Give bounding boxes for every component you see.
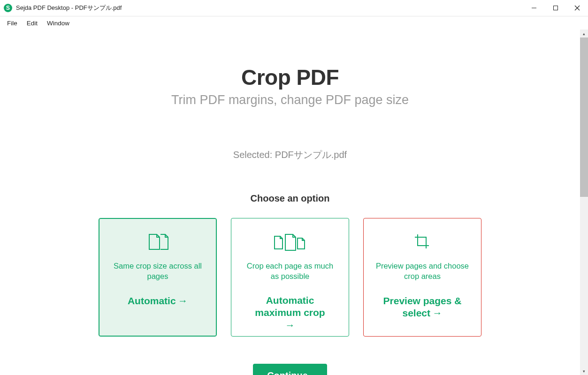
selected-filename: PDFサンプル.pdf — [275, 150, 347, 160]
options-row: Same crop size across all pages Automati… — [99, 218, 481, 337]
documents-icon — [144, 232, 172, 251]
minimize-button[interactable] — [523, 0, 545, 16]
option-title: Automatic maximum crop — [255, 295, 325, 318]
window-title: Sejda PDF Desktop - PDFサンプル.pdf — [16, 4, 122, 12]
arrow-right-icon: → — [178, 295, 188, 306]
arrow-right-icon: → — [433, 308, 443, 318]
option-title-row: Automatic → — [128, 295, 188, 307]
window-controls — [523, 0, 588, 16]
option-preview-select[interactable]: Preview pages and choose crop areas Prev… — [363, 218, 481, 337]
window-titlebar: S Sejda PDF Desktop - PDFサンプル.pdf — [0, 0, 588, 16]
option-title: Automatic — [128, 295, 176, 306]
menu-bar: File Edit Window — [0, 16, 588, 30]
option-title-row: Preview pages & select → — [374, 295, 471, 320]
continue-label: Continue — [267, 370, 308, 375]
selected-file-label: Selected: PDFサンプル.pdf — [233, 149, 347, 161]
content-viewport: Crop PDF Trim PDF margins, change PDF pa… — [0, 30, 588, 375]
menu-window[interactable]: Window — [43, 18, 74, 28]
option-desc: Crop each page as much as possible — [242, 261, 338, 281]
page-subtitle: Trim PDF margins, change PDF page size — [171, 93, 409, 107]
option-desc: Preview pages and choose crop areas — [374, 261, 471, 282]
option-title-row: Automatic maximum crop → — [242, 294, 338, 331]
app-icon: S — [4, 4, 12, 12]
page-title: Crop PDF — [241, 65, 339, 90]
close-button[interactable] — [566, 0, 588, 16]
scroll-up-arrow-icon[interactable]: ▴ — [580, 30, 588, 38]
scroll-down-arrow-icon[interactable]: ▾ — [580, 367, 588, 375]
vertical-scrollbar[interactable]: ▴ ▾ — [580, 30, 588, 375]
continue-button[interactable]: Continue › — [253, 364, 327, 375]
documents-multi-icon — [273, 232, 307, 251]
option-automatic[interactable]: Same crop size across all pages Automati… — [99, 218, 217, 337]
arrow-right-icon: → — [285, 320, 295, 330]
maximize-button[interactable] — [545, 0, 566, 16]
main-content: Crop PDF Trim PDF margins, change PDF pa… — [0, 30, 580, 375]
menu-edit[interactable]: Edit — [23, 18, 42, 28]
selected-prefix: Selected: — [233, 150, 275, 160]
choose-option-heading: Choose an option — [251, 193, 330, 204]
chevron-right-icon: › — [311, 372, 313, 375]
crop-icon — [413, 232, 432, 251]
menu-file[interactable]: File — [3, 18, 22, 28]
scroll-thumb[interactable] — [580, 38, 588, 197]
svg-rect-1 — [554, 6, 558, 10]
option-title: Preview pages & select — [383, 295, 462, 318]
option-desc: Same crop size across all pages — [109, 261, 206, 282]
option-automatic-maximum-crop[interactable]: Crop each page as much as possible Autom… — [231, 218, 349, 337]
